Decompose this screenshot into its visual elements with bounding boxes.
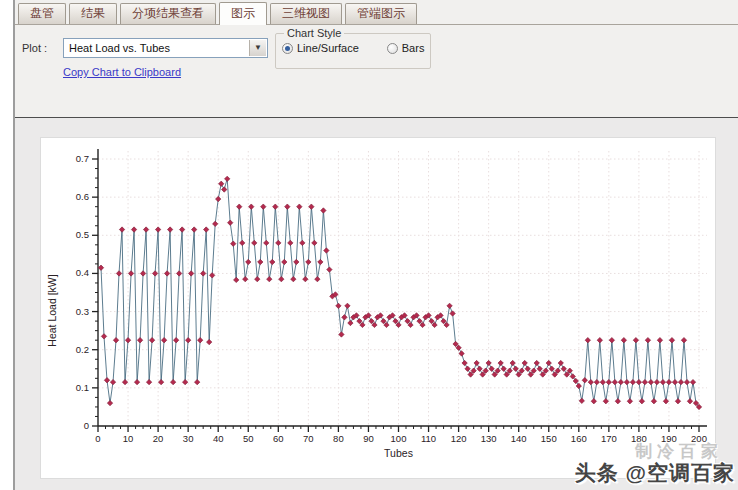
chevron-down-icon[interactable]: ▼ — [249, 40, 266, 56]
tab-detailed-results[interactable]: 分项结果查看 — [120, 3, 216, 24]
svg-text:Tubes: Tubes — [384, 447, 413, 459]
svg-text:0.1: 0.1 — [76, 382, 89, 393]
svg-text:70: 70 — [303, 433, 314, 444]
svg-text:140: 140 — [511, 433, 527, 444]
chart-content-area: 0102030405060708090100110120130140150160… — [15, 118, 738, 490]
radio-line-surface[interactable]: Line/Surface — [282, 42, 359, 54]
svg-text:0.4: 0.4 — [76, 267, 89, 278]
chart-style-title: Chart Style — [284, 27, 344, 39]
radio-bars[interactable]: Bars — [387, 42, 425, 54]
plot-select[interactable]: Heat Load vs. Tubes ▼ — [63, 38, 268, 58]
tab-strip: 盘管 结果 分项结果查看 图示 三维视图 管端图示 — [15, 0, 738, 25]
chart-style-group: Chart Style Line/Surface Bars — [275, 27, 431, 69]
svg-text:0.7: 0.7 — [76, 153, 89, 164]
svg-text:110: 110 — [421, 433, 436, 444]
radio-bars-label: Bars — [402, 42, 425, 54]
plot-label: Plot : — [22, 42, 47, 54]
chart-toolbar: Plot : Heat Load vs. Tubes ▼ Copy Chart … — [15, 25, 738, 117]
svg-text:40: 40 — [213, 433, 224, 444]
svg-text:10: 10 — [123, 433, 134, 444]
svg-text:190: 190 — [661, 433, 677, 444]
svg-text:60: 60 — [273, 433, 284, 444]
radio-line-surface-label: Line/Surface — [297, 42, 359, 54]
svg-text:0.5: 0.5 — [76, 229, 89, 240]
svg-text:30: 30 — [183, 433, 194, 444]
svg-text:200: 200 — [691, 433, 707, 444]
svg-text:170: 170 — [601, 433, 617, 444]
radio-button-icon[interactable] — [282, 43, 293, 54]
left-frame-strip — [0, 0, 15, 490]
svg-text:180: 180 — [631, 433, 647, 444]
tab-chart[interactable]: 图示 — [219, 2, 267, 25]
svg-text:80: 80 — [333, 433, 344, 444]
svg-text:0.3: 0.3 — [76, 306, 89, 317]
tab-tube-end-diagram[interactable]: 管端图示 — [345, 3, 417, 24]
svg-text:0: 0 — [95, 433, 100, 444]
svg-text:Heat Load [kW]: Heat Load [kW] — [46, 274, 58, 346]
toolbar-divider — [15, 117, 738, 118]
copy-chart-link[interactable]: Copy Chart to Clipboard — [63, 66, 181, 78]
tab-results[interactable]: 结果 — [69, 3, 117, 24]
svg-text:20: 20 — [153, 433, 164, 444]
svg-text:0.2: 0.2 — [76, 344, 89, 355]
svg-text:50: 50 — [243, 433, 254, 444]
heat-load-chart: 0102030405060708090100110120130140150160… — [41, 138, 715, 478]
svg-text:120: 120 — [451, 433, 467, 444]
chart-panel: 0102030405060708090100110120130140150160… — [40, 137, 716, 479]
svg-text:100: 100 — [391, 433, 407, 444]
radio-button-icon[interactable] — [387, 43, 398, 54]
svg-text:160: 160 — [571, 433, 587, 444]
tab-3d-view[interactable]: 三维视图 — [270, 3, 342, 24]
plot-select-value: Heat Load vs. Tubes — [64, 39, 267, 57]
svg-text:0.6: 0.6 — [76, 191, 89, 202]
svg-text:0: 0 — [84, 420, 89, 431]
svg-text:90: 90 — [363, 433, 374, 444]
svg-text:150: 150 — [541, 433, 557, 444]
tab-coil[interactable]: 盘管 — [18, 3, 66, 24]
svg-text:130: 130 — [481, 433, 497, 444]
coil-simulation-window: 盘管 结果 分项结果查看 图示 三维视图 管端图示 Plot : Heat Lo… — [0, 0, 738, 490]
